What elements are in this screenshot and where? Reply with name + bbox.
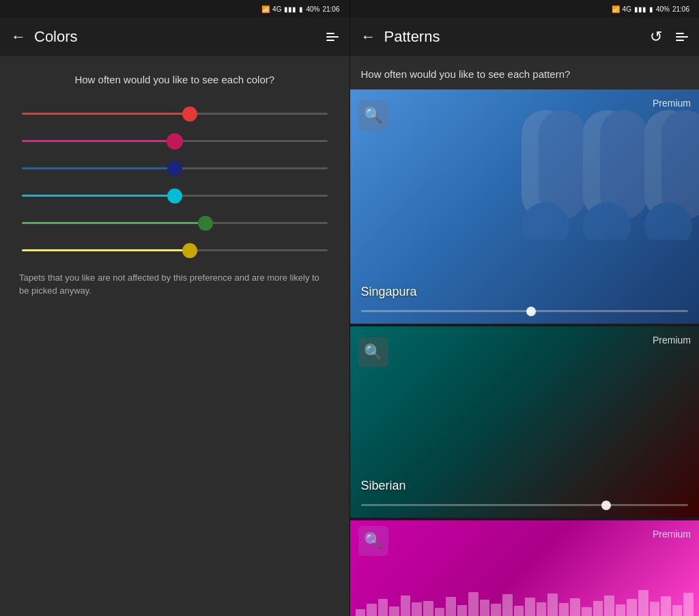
slider-cyan-thumb — [167, 188, 182, 204]
slider-yellow[interactable] — [22, 244, 328, 257]
singapura-wave-decoration — [481, 89, 699, 240]
bar-2 — [367, 604, 377, 616]
slider-cyan[interactable] — [22, 189, 328, 203]
time-right: 21:06 — [672, 5, 689, 13]
bar-17 — [537, 602, 547, 616]
siberian-label: Siberian — [361, 479, 406, 493]
slider-red-fill — [22, 113, 190, 115]
bar-27 — [650, 602, 660, 616]
bar-29 — [672, 605, 683, 616]
patterns-menu-button[interactable] — [676, 33, 688, 41]
slider-green-bg — [205, 222, 328, 224]
bar-28 — [661, 596, 671, 616]
menu-line-1 — [326, 33, 334, 34]
bar-4 — [389, 606, 399, 616]
slider-blue-fill — [22, 167, 175, 169]
status-bar-left: 📶 4G ▮▮▮ ▮ 40% 21:06 — [0, 0, 350, 18]
slider-red-bg — [190, 113, 327, 115]
singapura-slider-track — [361, 310, 689, 312]
slider-row-blue — [16, 162, 333, 176]
colors-top-bar: ← Colors — [0, 18, 350, 56]
card3-search-icon-box: 🔍 — [358, 526, 388, 556]
bar-24 — [616, 604, 626, 616]
wifi-icon-right: 📶 — [612, 5, 620, 13]
card3-premium-badge: Premium — [653, 529, 691, 540]
battery-icon-left: ▮ — [299, 5, 303, 13]
slider-yellow-fill — [22, 249, 190, 251]
bar-23 — [604, 596, 614, 616]
slider-pink-fill — [22, 140, 175, 142]
patterns-top-bar: ← Patterns ↺ — [350, 18, 700, 56]
bar-9 — [446, 597, 456, 616]
siberian-slider[interactable] — [361, 499, 689, 512]
bar-13 — [491, 604, 501, 616]
slider-cyan-fill — [22, 195, 175, 197]
singapura-search-icon: 🔍 — [364, 107, 382, 124]
bar-26 — [638, 590, 648, 616]
patterns-list: 🔍 Premium Singapura 🔍 Premium Siberian — [350, 89, 700, 616]
menu-line-3 — [326, 40, 334, 41]
colors-back-button[interactable]: ← — [11, 28, 26, 46]
bar-19 — [559, 603, 569, 616]
siberian-slider-thumb — [601, 501, 611, 510]
colors-panel: 📶 4G ▮▮▮ ▮ 40% 21:06 ← Colors How often … — [0, 0, 350, 616]
slider-row-red — [16, 107, 333, 121]
bar-11 — [468, 592, 479, 616]
slider-yellow-bg — [190, 249, 327, 251]
bar-5 — [401, 596, 411, 616]
status-bar-right: 📶 4G ▮▮▮ ▮ 40% 21:06 — [350, 0, 700, 18]
slider-cyan-bg — [175, 195, 328, 197]
time-left: 21:06 — [322, 5, 339, 13]
slider-red[interactable] — [22, 107, 328, 121]
bar-6 — [412, 602, 422, 616]
singapura-label: Singapura — [361, 285, 417, 299]
menu-line-r3 — [676, 40, 684, 41]
bar-15 — [514, 606, 524, 616]
menu-line-r1 — [676, 33, 684, 34]
slider-pink-thumb — [167, 133, 183, 150]
bar-8 — [435, 608, 445, 616]
patterns-title: Patterns — [384, 28, 642, 46]
pattern-card-3[interactable]: 🔍 Premium — [350, 520, 700, 616]
colors-title: Colors — [34, 28, 318, 46]
pattern-card-siberian[interactable]: 🔍 Premium Siberian — [350, 326, 700, 518]
bar-25 — [627, 599, 637, 616]
slider-blue[interactable] — [22, 162, 328, 176]
battery-pct-right: 40% — [656, 5, 670, 13]
siberian-search-icon-box: 🔍 — [358, 337, 388, 367]
network-label-right: 4G — [623, 5, 631, 13]
slider-pink[interactable] — [22, 135, 328, 148]
menu-line-2 — [326, 36, 339, 38]
bar-18 — [547, 593, 558, 616]
singapura-search-icon-box: 🔍 — [358, 100, 388, 130]
patterns-back-button[interactable]: ← — [361, 28, 376, 46]
pattern-card-singapura[interactable]: 🔍 Premium Singapura — [350, 89, 700, 324]
colors-content: How often would you like to see each col… — [0, 56, 350, 616]
bar-10 — [457, 605, 468, 616]
card3-search-icon: 🔍 — [364, 532, 382, 550]
slider-row-yellow — [16, 244, 333, 257]
singapura-slider[interactable] — [361, 305, 689, 318]
status-icons-left: 📶 4G ▮▮▮ ▮ 40% 21:06 — [261, 5, 339, 13]
siberian-premium-badge: Premium — [653, 335, 691, 346]
patterns-panel: 📶 4G ▮▮▮ ▮ 40% 21:06 ← Patterns ↺ How of… — [350, 0, 700, 616]
network-label-left: 4G — [272, 5, 281, 13]
patterns-refresh-button[interactable]: ↺ — [650, 28, 662, 46]
signal-icon-right: ▮▮▮ — [634, 5, 646, 13]
slider-yellow-thumb — [182, 243, 197, 258]
slider-red-thumb — [182, 107, 197, 122]
bar-12 — [480, 600, 490, 616]
siberian-search-icon: 🔍 — [364, 344, 382, 361]
slider-green-thumb — [198, 216, 213, 231]
status-icons-right: 📶 4G ▮▮▮ ▮ 40% 21:06 — [612, 5, 689, 13]
bar-14 — [502, 594, 513, 616]
bar-7 — [423, 601, 433, 616]
colors-menu-button[interactable] — [326, 33, 339, 41]
singapura-slider-thumb — [526, 307, 536, 316]
patterns-question: How often would you like to see each pat… — [350, 56, 700, 89]
battery-icon-right: ▮ — [649, 5, 653, 13]
slider-green[interactable] — [22, 216, 328, 230]
bar-16 — [525, 598, 535, 616]
bar-20 — [570, 598, 580, 616]
slider-row-cyan — [16, 189, 333, 203]
